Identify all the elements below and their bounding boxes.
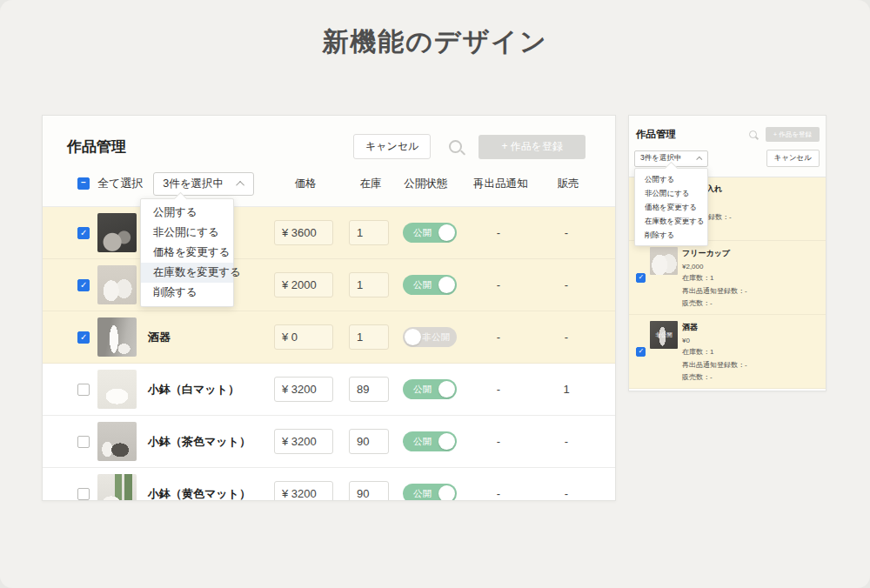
notify-count: -	[458, 383, 539, 396]
product-name: 小鉢（白マット）	[148, 382, 274, 398]
table-row: 酒器 非公開 - -	[43, 311, 615, 364]
notify-count: -	[458, 226, 539, 239]
notify-count: -	[458, 331, 539, 344]
table-row: 公開 - -	[43, 207, 615, 259]
desktop-header-actions: キャンセル + 作品を登録	[353, 134, 586, 159]
row-checkbox[interactable]	[77, 331, 90, 344]
column-header-sales: 販売	[540, 177, 596, 191]
menu-item-unpublish[interactable]: 非公開にする	[635, 186, 707, 200]
stock-input[interactable]	[349, 324, 389, 350]
bulk-action-menu: 公開する 非公開にする 価格を変更する 在庫数を変更する 削除する	[634, 168, 708, 246]
sales-count: -	[539, 226, 594, 239]
menu-item-publish[interactable]: 公開する	[635, 172, 707, 186]
product-thumbnail	[97, 317, 137, 357]
product-thumbnail	[97, 422, 137, 461]
column-header-status: 公開状態	[391, 177, 460, 191]
table-row: 小鉢（茶色マット） 公開 - -	[43, 416, 615, 468]
desktop-header: 作品管理 キャンセル + 作品を登録	[43, 116, 615, 159]
menu-item-change-stock[interactable]: 在庫数を変更する	[141, 263, 233, 283]
product-table: 公開 - - 公開 - - 酒器 非公開 -	[43, 206, 615, 501]
search-icon[interactable]	[749, 130, 757, 138]
register-product-button[interactable]: + 作品を登録	[478, 135, 586, 159]
publish-toggle[interactable]: 公開	[403, 379, 457, 399]
mobile-product-management-panel: 作品管理 + 作品を登録 3件を選択中 キャンセル 公開する 非公開にする 価格…	[628, 115, 826, 391]
menu-item-publish[interactable]: 公開する	[141, 203, 233, 223]
price-input[interactable]	[274, 220, 333, 245]
bulk-action-menu: 公開する 非公開にする 価格を変更する 在庫数を変更する 削除する	[140, 198, 234, 307]
mobile-bulk-select-row: 3件を選択中 キャンセル	[629, 142, 826, 167]
price-input[interactable]	[274, 429, 333, 454]
toggle-knob	[438, 224, 455, 241]
notify-count: -	[458, 435, 539, 448]
stock-input[interactable]	[349, 481, 389, 501]
row-checkbox[interactable]	[636, 347, 646, 357]
stock-input[interactable]	[349, 220, 389, 245]
menu-item-unpublish[interactable]: 非公開にする	[141, 223, 233, 243]
menu-item-change-price[interactable]: 価格を変更する	[141, 243, 233, 263]
notify-count: -	[458, 278, 539, 291]
row-checkbox[interactable]	[636, 273, 646, 283]
stock-input[interactable]	[349, 377, 389, 402]
sales-count: 1	[539, 383, 594, 396]
menu-item-change-stock[interactable]: 在庫数を変更する	[635, 214, 707, 228]
product-card: フリーカップ ¥2,000 在庫数：1 再出品通知登録数：- 販売数：-	[629, 241, 826, 315]
register-product-button[interactable]: + 作品を登録	[766, 127, 820, 142]
product-thumbnail: 非公開	[650, 321, 678, 349]
select-all-checkbox[interactable]	[77, 177, 90, 190]
chevron-up-icon	[236, 180, 244, 189]
desktop-product-management-panel: 作品管理 キャンセル + 作品を登録 全て選択 3件を選択中 価格 在庫 公開状…	[42, 115, 616, 501]
row-checkbox[interactable]	[77, 488, 90, 500]
row-checkbox[interactable]	[77, 384, 90, 396]
product-name: 小鉢（茶色マット）	[148, 434, 274, 450]
panel-title: 作品管理	[67, 137, 126, 157]
price-input[interactable]	[274, 324, 333, 350]
toggle-knob	[438, 381, 455, 398]
selection-count: 3件を選択中	[640, 153, 681, 164]
search-icon[interactable]	[449, 140, 462, 153]
row-checkbox[interactable]	[77, 436, 90, 448]
product-name: 酒器	[682, 322, 747, 333]
product-thumbnail	[97, 474, 137, 501]
sales-line: 販売数：-	[682, 372, 747, 382]
notify-line: 再出品通知登録数：-	[682, 360, 747, 370]
stock-line: 在庫数：1	[682, 273, 747, 283]
notify-line: 再出品通知登録数：-	[682, 286, 747, 296]
cancel-button[interactable]: キャンセル	[766, 150, 820, 167]
publish-toggle[interactable]: 公開	[403, 484, 457, 501]
table-row: 公開 - -	[43, 259, 615, 311]
column-header-stock: 在庫	[351, 177, 391, 191]
toggle-knob	[438, 433, 455, 450]
table-row: 小鉢（黄色マット） 公開 - -	[43, 468, 615, 501]
product-name: 小鉢（黄色マット）	[148, 486, 274, 502]
publish-toggle[interactable]: 公開	[403, 431, 457, 451]
menu-item-delete[interactable]: 削除する	[141, 283, 233, 303]
column-header-price: 価格	[276, 177, 335, 191]
row-checkbox[interactable]	[77, 227, 90, 239]
bulk-action-dropdown[interactable]: 3件を選択中	[153, 172, 254, 196]
design-mockup-canvas: 新機能のデザイン 作品管理 キャンセル + 作品を登録 全て選択 3件を選択中 …	[0, 0, 870, 588]
product-thumbnail	[650, 247, 678, 275]
selection-count: 3件を選択中	[163, 177, 224, 191]
product-name: フリーカップ	[682, 248, 747, 259]
publish-toggle[interactable]: 公開	[403, 275, 457, 295]
row-checkbox[interactable]	[77, 279, 90, 291]
column-header-notify: 再出品通知	[460, 177, 540, 191]
price-input[interactable]	[274, 481, 333, 501]
price-input[interactable]	[274, 377, 333, 402]
sales-count: -	[539, 278, 594, 291]
bulk-select-row: 全て選択 3件を選択中 価格 在庫 公開状態 再出品通知 販売	[43, 171, 615, 196]
notify-count: -	[458, 487, 539, 500]
product-thumbnail	[97, 265, 137, 304]
menu-item-change-price[interactable]: 価格を変更する	[635, 200, 707, 214]
price-input[interactable]	[274, 272, 333, 297]
sales-count: -	[539, 435, 594, 448]
menu-item-delete[interactable]: 削除する	[635, 228, 707, 242]
publish-toggle[interactable]: 非公開	[403, 327, 457, 347]
publish-toggle[interactable]: 公開	[403, 223, 457, 243]
stock-input[interactable]	[349, 272, 389, 297]
cancel-button[interactable]: キャンセル	[353, 134, 431, 159]
toggle-knob	[405, 329, 421, 345]
sales-count: -	[539, 331, 594, 344]
unpublished-overlay-label: 非公開	[650, 331, 678, 339]
stock-input[interactable]	[349, 429, 389, 454]
